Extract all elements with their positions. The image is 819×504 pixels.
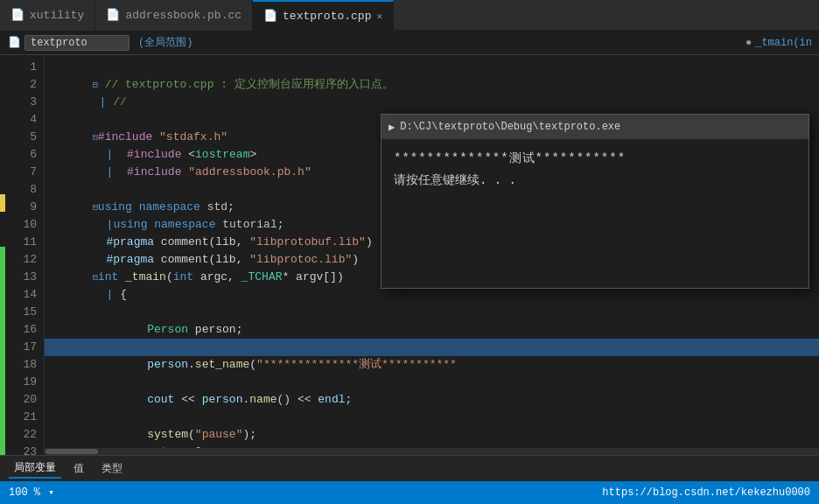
line-num-7: 7	[5, 164, 37, 181]
line-num-14: 14	[5, 286, 37, 304]
code-line-22: return 0;	[45, 426, 819, 444]
file-toolbar-icon: 📄	[7, 36, 21, 50]
tab-label: addressbook.pb.cc	[125, 9, 242, 22]
horizontal-scrollbar[interactable]	[45, 448, 819, 455]
line-num-22: 22	[5, 426, 37, 444]
line-num-12: 12	[5, 251, 37, 269]
line-num-15: 15	[5, 304, 37, 321]
tab-addressbook[interactable]: 📄 addressbook.pb.cc	[95, 0, 253, 31]
tab-bar: 📄 xutility 📄 addressbook.pb.cc 📄 textpro…	[0, 0, 819, 31]
line-num-2: 2	[5, 76, 37, 94]
file-icon: 📄	[10, 8, 24, 22]
line-num-5: 5	[5, 129, 37, 146]
line-num-20: 20	[5, 391, 37, 409]
function-scope-button[interactable]: _tmain(in	[755, 37, 812, 49]
scrollbar-thumb[interactable]	[46, 449, 98, 454]
code-line-21: system("pause");	[45, 409, 819, 426]
tab-textproto[interactable]: 📄 textproto.cpp ✕	[253, 0, 394, 31]
code-line-2: | //	[45, 76, 819, 94]
website-label: https://blog.csdn.net/kekezhu0000	[602, 486, 810, 499]
file-name-label[interactable]: textproto	[24, 35, 130, 51]
zoom-level[interactable]: 100 % ▾	[9, 486, 54, 499]
code-line-15: Person person;	[45, 304, 819, 321]
terminal-popup: ▶ D:\CJ\textproto\Debug\textproto.exe **…	[381, 114, 809, 289]
code-line-20	[45, 391, 819, 409]
scope-label: (全局范围)	[133, 35, 198, 50]
line-numbers: 1 2 3 4 5 6 7 8 9 10 11 12 13 14 15 16 1…	[5, 55, 45, 455]
terminal-title: D:\CJ\textproto\Debug\textproto.exe	[400, 121, 620, 133]
close-tab-button[interactable]: ✕	[376, 10, 382, 22]
terminal-icon: ▶	[388, 121, 395, 134]
bottom-tab-type[interactable]: 类型	[96, 459, 128, 478]
toolbar: 📄 textproto (全局范围) ● _tmain(in	[0, 31, 819, 55]
line-num-13: 13	[5, 269, 37, 286]
code-line-18	[45, 356, 819, 374]
code-line-3	[45, 94, 819, 111]
toolbar-right: ● _tmain(in	[746, 37, 812, 49]
line-num-16: 16	[5, 321, 37, 339]
terminal-body: **************测试*********** 请按任意键继续. . .	[382, 139, 808, 200]
code-line-14	[45, 286, 819, 304]
code-line-1: ⊟ // textproto.cpp : 定义控制台应用程序的入口点。	[45, 59, 819, 76]
line-num-1: 1	[5, 59, 37, 76]
zoom-dropdown-icon[interactable]: ▾	[48, 487, 54, 498]
bullet-icon: ●	[746, 37, 752, 49]
bottom-tab-locals[interactable]: 局部变量	[9, 458, 61, 479]
tab-xutility[interactable]: 📄 xutility	[0, 0, 95, 31]
terminal-line1: **************测试***********	[394, 148, 796, 170]
tab-label: xutility	[30, 9, 84, 22]
line-num-6: 6	[5, 146, 37, 164]
terminal-line2: 请按任意键继续. . .	[394, 170, 796, 192]
line-num-17: 17	[5, 339, 37, 356]
status-bar: 100 % ▾ https://blog.csdn.net/kekezhu000…	[0, 481, 819, 504]
line-num-18: 18	[5, 356, 37, 374]
code-line-16	[45, 321, 819, 339]
line-num-11: 11	[5, 234, 37, 251]
bottom-tab-values[interactable]: 值	[68, 459, 89, 478]
line-num-19: 19	[5, 374, 37, 391]
file-icon: 📄	[263, 9, 277, 23]
code-line-17: person.set_name("**************测试*******…	[45, 339, 819, 356]
file-icon: 📄	[106, 8, 120, 22]
toolbar-left: 📄 textproto (全局范围)	[7, 35, 740, 51]
code-line-19: cout << person.name() << endl;	[45, 374, 819, 391]
terminal-titlebar: ▶ D:\CJ\textproto\Debug\textproto.exe	[382, 115, 808, 139]
line-num-9: 9	[5, 199, 37, 216]
status-right: https://blog.csdn.net/kekezhu0000	[602, 486, 810, 499]
line-num-10: 10	[5, 216, 37, 234]
line-num-21: 21	[5, 409, 37, 426]
line-num-3: 3	[5, 94, 37, 111]
bottom-panel: 局部变量 值 类型	[0, 455, 819, 481]
status-left: 100 % ▾	[9, 486, 54, 499]
tab-label: textproto.cpp	[283, 10, 371, 23]
line-num-8: 8	[5, 181, 37, 199]
line-num-4: 4	[5, 111, 37, 129]
